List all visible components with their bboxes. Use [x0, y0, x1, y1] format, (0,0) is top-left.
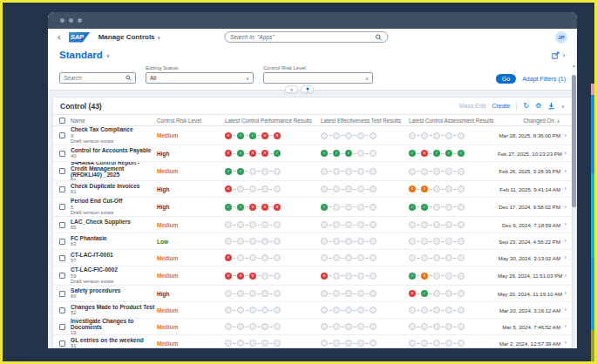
refresh-icon[interactable]: ↻: [523, 103, 529, 110]
performance-results-chain: ✓✓: [225, 168, 321, 175]
row-checkbox[interactable]: [59, 151, 65, 157]
table-row[interactable]: Check Duplicate Invoices 61 High ✕ !! Fe…: [53, 181, 572, 198]
app-title-chevron-icon[interactable]: ∨: [158, 35, 161, 40]
column-header-assessment[interactable]: Latest Control Assessment Results: [409, 118, 498, 124]
row-checkbox[interactable]: [59, 273, 65, 279]
scroll-up-arrow-icon[interactable]: ▴: [572, 63, 576, 68]
assessment-results-chain: ✕✓: [409, 290, 498, 297]
row-chevron-icon[interactable]: ›: [560, 340, 570, 347]
row-checkbox[interactable]: [59, 307, 65, 313]
window-control-dot[interactable]: [78, 18, 82, 23]
user-avatar[interactable]: JP: [555, 31, 567, 44]
app-title[interactable]: Manage Controls: [98, 33, 155, 41]
adapt-filters-link[interactable]: Adapt Filters (1): [522, 76, 566, 82]
row-chevron-icon[interactable]: ›: [560, 323, 570, 330]
table-row[interactable]: Check Tax Compliance 9 Draft version exi…: [53, 126, 572, 145]
mass-edit-button[interactable]: Mass Edit: [459, 103, 486, 109]
risk-level-select[interactable]: ∨: [263, 72, 373, 84]
control-name[interactable]: S4HANA Control Report - Credit Managemen…: [71, 162, 155, 178]
row-checkbox[interactable]: [59, 186, 65, 192]
row-checkbox[interactable]: [59, 222, 65, 228]
search-icon[interactable]: [375, 34, 382, 41]
column-header-name[interactable]: Name: [71, 118, 155, 124]
filter-search-input[interactable]: Search: [59, 72, 136, 84]
control-name[interactable]: Check Duplicate Invoices: [71, 183, 155, 189]
table-row[interactable]: CT-LAC-IT-0001 57 Medium ✕ May 30, 2024,…: [53, 250, 572, 266]
row-checkbox[interactable]: [59, 291, 65, 297]
global-search-input[interactable]: Search in: "Apps": [224, 31, 388, 43]
row-chevron-icon[interactable]: ›: [560, 273, 570, 280]
vertical-scrollbar[interactable]: ▴: [572, 63, 576, 347]
row-chevron-icon[interactable]: ›: [560, 204, 570, 211]
back-button[interactable]: ‹: [58, 32, 61, 42]
control-name[interactable]: Investigate Changes to Documents: [71, 319, 155, 330]
risk-level: Medium: [155, 273, 225, 279]
control-name[interactable]: LAC_Check Suppliers: [71, 219, 155, 225]
column-header-performance[interactable]: Latest Control Performance Results: [225, 118, 321, 124]
column-header-changed-on[interactable]: Changed On↓: [498, 118, 560, 124]
row-chevron-icon[interactable]: ›: [560, 307, 570, 313]
control-name[interactable]: Control for Accounts Payable: [71, 147, 155, 153]
control-name[interactable]: CT-LAC-IT-0001: [71, 252, 155, 258]
view-title[interactable]: Standard: [59, 50, 103, 60]
table-row[interactable]: Period End Cut-Off 5 Draft version exist…: [53, 198, 572, 217]
row-checkbox[interactable]: [59, 168, 65, 174]
control-name[interactable]: Changes Made to Product Test: [71, 304, 155, 310]
view-title-chevron-icon[interactable]: ∨: [106, 52, 110, 58]
window-control-dot[interactable]: [60, 18, 64, 23]
table-row[interactable]: FC Phantasie 63 Low Sep 23, 2024, 4:56:2…: [53, 233, 572, 250]
row-chevron-icon[interactable]: ›: [560, 238, 570, 245]
performance-results-chain: [225, 290, 321, 297]
table-row[interactable]: Control for Accounts Payable 40 High ✕✓✕…: [53, 145, 572, 162]
pin-header-button[interactable]: [301, 85, 314, 93]
row-chevron-icon[interactable]: ›: [560, 290, 570, 297]
go-button[interactable]: Go: [496, 74, 516, 84]
editing-status-select[interactable]: All ∨: [146, 72, 254, 84]
column-header-effectiveness[interactable]: Latest Effectiveness Test Results: [321, 118, 409, 124]
table-row[interactable]: Safety procedures 60 High ✕✓ May 20, 202…: [53, 286, 572, 302]
row-checkbox[interactable]: [59, 324, 65, 330]
row-checkbox[interactable]: [59, 340, 65, 347]
row-chevron-icon[interactable]: ›: [560, 185, 570, 192]
row-checkbox[interactable]: [59, 132, 65, 138]
table-row[interactable]: CT-LAC-FIC-0002 59 Draft version exists …: [53, 266, 572, 286]
changed-on: Feb 27, 2025, 10:23:23 PM: [498, 151, 560, 157]
row-checkbox[interactable]: [59, 204, 65, 210]
row-checkbox[interactable]: [59, 239, 65, 245]
control-name[interactable]: Check Tax Compliance: [71, 126, 155, 132]
table-row[interactable]: Changes Made to Product Test 52 Medium M…: [53, 302, 572, 319]
effectiveness-results-chain: [321, 307, 409, 313]
select-all-checkbox[interactable]: [59, 118, 65, 124]
row-checkbox[interactable]: [59, 255, 65, 261]
window-control-dot[interactable]: [69, 18, 73, 23]
effectiveness-results-chain: [321, 323, 409, 330]
row-chevron-icon[interactable]: ›: [560, 221, 570, 228]
assessment-results-chain: [409, 323, 498, 330]
row-chevron-icon[interactable]: ›: [560, 168, 570, 175]
column-header-risk[interactable]: Control Risk Level: [155, 118, 225, 124]
table-row[interactable]: LAC_Check Suppliers 65 Medium Dec 6, 202…: [53, 217, 572, 233]
table-row[interactable]: GL entries on the weekend 91 Medium Mar …: [53, 335, 572, 347]
table-row[interactable]: S4HANA Control Report - Credit Managemen…: [53, 162, 572, 181]
row-chevron-icon[interactable]: ›: [560, 150, 570, 157]
row-chevron-icon[interactable]: ›: [560, 132, 570, 139]
create-button[interactable]: Create: [492, 103, 510, 109]
table-row[interactable]: Investigate Changes to Documents 19 Medi…: [53, 319, 572, 335]
control-name[interactable]: Period End Cut-Off: [71, 198, 155, 204]
screenshot-frame: ‹ SAP Manage Controls ∨ Search in: "Apps…: [0, 0, 597, 364]
assessment-results-chain: [409, 254, 498, 261]
export-icon[interactable]: [547, 102, 555, 110]
scrollbar-thumb[interactable]: [572, 75, 576, 207]
control-name[interactable]: Safety procedures: [71, 287, 155, 293]
share-icon[interactable]: [552, 51, 560, 59]
control-name[interactable]: FC Phantasie: [71, 235, 155, 241]
collapse-header-button[interactable]: ∧: [285, 85, 298, 93]
control-name[interactable]: GL entries on the weekend: [71, 337, 155, 343]
effectiveness-results-chain: [321, 168, 409, 175]
row-chevron-icon[interactable]: ›: [560, 254, 570, 261]
search-icon[interactable]: [126, 75, 132, 81]
settings-icon[interactable]: ⚙: [535, 103, 541, 110]
control-name[interactable]: CT-LAC-FIC-0002: [71, 266, 155, 273]
export-chevron-icon[interactable]: ∨: [561, 104, 565, 109]
share-chevron-icon[interactable]: ∨: [562, 52, 566, 57]
